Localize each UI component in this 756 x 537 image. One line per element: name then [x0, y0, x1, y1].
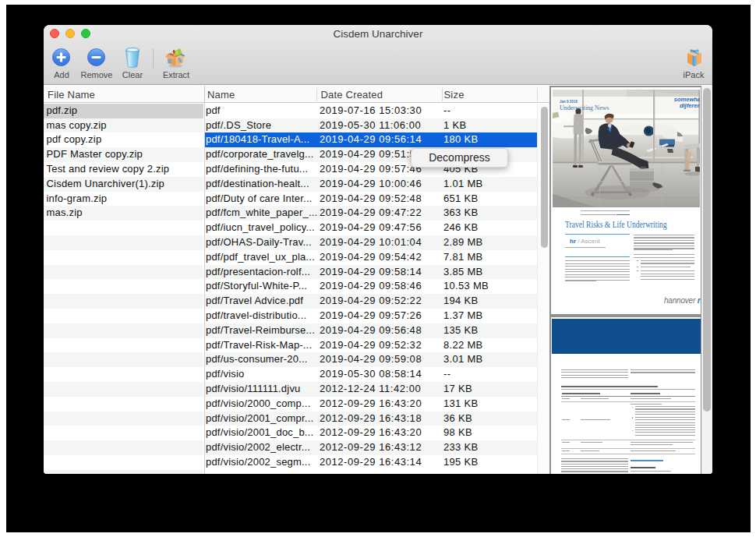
svg-text:Jan 9 2018: Jan 9 2018: [560, 100, 578, 104]
svg-text:Underwriting News: Underwriting News: [560, 104, 609, 111]
svg-text:dijferen: dijferen: [680, 102, 700, 109]
